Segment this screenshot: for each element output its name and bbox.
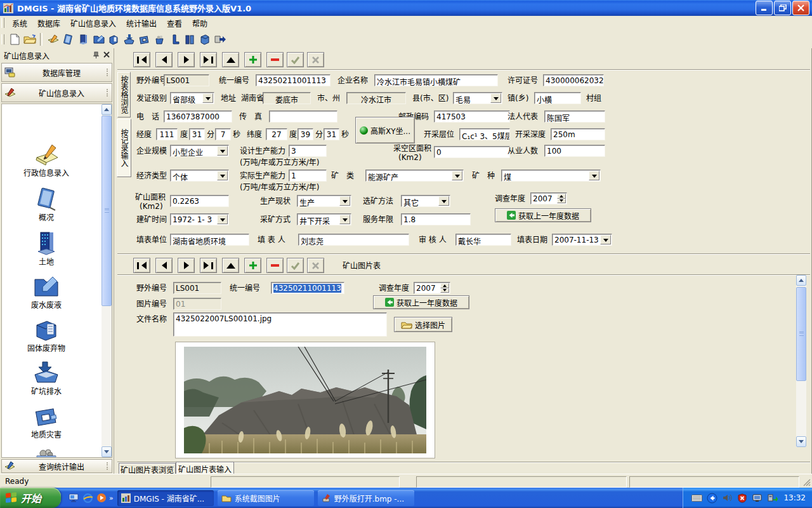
layer-input[interactable]: C₁c¹ 3、5煤层	[459, 128, 510, 140]
new-document-icon[interactable]	[7, 32, 22, 47]
design-cap-input[interactable]: 3	[289, 145, 327, 157]
pic-survey-year-spinner[interactable]: 2007	[414, 282, 450, 294]
city-input[interactable]: 娄底市	[263, 92, 311, 104]
nav2-next-button[interactable]	[178, 258, 195, 273]
toolbar-hazard-icon[interactable]	[136, 32, 152, 47]
filler-input[interactable]: 刘志尧	[298, 234, 409, 246]
depth-input[interactable]: 250m	[551, 128, 605, 140]
status-combo[interactable]: 生产	[297, 195, 351, 207]
menu-system[interactable]: 系统	[7, 17, 32, 30]
pic-no-input[interactable]: 01	[173, 298, 221, 310]
dropdown-icon[interactable]	[217, 146, 228, 156]
lat-sec-input[interactable]: 31	[324, 128, 339, 140]
nav1-next-button[interactable]	[178, 52, 195, 67]
toolbar-survey-icon[interactable]	[152, 32, 167, 47]
sidebar-item-land-survey[interactable]: 土地调查	[2, 447, 91, 458]
tray-display-icon[interactable]	[751, 491, 764, 504]
nav2-prev-button[interactable]	[155, 258, 173, 273]
sidebar-item-geo-hazard[interactable]: 地质灾害	[2, 404, 91, 439]
toolbar-land-icon[interactable]	[75, 32, 91, 47]
close-button[interactable]	[792, 1, 809, 15]
quick-launch-player-icon[interactable]	[95, 491, 108, 504]
taskbar-task-screenshots-folder[interactable]: 系统截图图片	[218, 490, 314, 506]
dropdown-icon[interactable]	[490, 93, 501, 103]
area-input[interactable]: 0.2263	[170, 195, 229, 207]
gauss-xy-button[interactable]: 高斯XY坐...	[355, 117, 415, 144]
dropdown-icon[interactable]	[339, 215, 350, 224]
county-combo[interactable]: 毛易	[453, 92, 502, 104]
mining-method-combo[interactable]: 井下开采	[297, 213, 351, 225]
survey-year-spinner[interactable]: 2007	[530, 192, 567, 204]
toolbar-report-icon[interactable]	[197, 32, 213, 47]
quick-launch-ie-icon[interactable]	[81, 491, 94, 504]
toolbar-column-icon[interactable]	[167, 32, 182, 47]
prefecture-input[interactable]: 冷水江市	[346, 92, 406, 104]
lon-sec-input[interactable]: 7	[215, 128, 231, 140]
lat-min-input[interactable]: 39	[298, 128, 313, 140]
dropdown-icon[interactable]	[202, 93, 213, 103]
nav2-first-button[interactable]	[133, 258, 150, 273]
tray-language-icon[interactable]	[705, 491, 718, 504]
scroll-up-icon[interactable]	[102, 104, 112, 115]
spinner-buttons[interactable]	[557, 194, 566, 203]
sidebar-item-wastewater[interactable]: 废水废液	[2, 274, 91, 310]
form2-scrollbar[interactable]	[796, 275, 806, 447]
postal-input[interactable]: 417503	[434, 110, 510, 123]
workers-input[interactable]: 100	[544, 145, 605, 157]
taskbar-task-paint-bmp[interactable]: 野外版打开.bmp -...	[318, 490, 414, 506]
choose-picture-button[interactable]: 选择图片	[394, 317, 452, 332]
town-input[interactable]: 小横	[534, 92, 581, 104]
dropdown-icon[interactable]	[600, 235, 611, 244]
sidebar-group-mine-info-entry[interactable]: 矿山信息录入	[1, 83, 112, 102]
nav2-cancel-button[interactable]	[307, 258, 324, 273]
dropdown-icon[interactable]	[589, 171, 599, 180]
quick-launch-desktop-icon[interactable]	[67, 491, 80, 504]
nav2-top-button[interactable]	[222, 258, 239, 273]
fax-input[interactable]	[269, 110, 337, 123]
tray-security-shield-icon[interactable]	[736, 491, 749, 504]
sidebar-item-solid-waste[interactable]: 固体废弃物	[2, 318, 91, 353]
pic-unified-no-input[interactable]: 43250211001113	[271, 282, 344, 294]
sidebar-item-mine-drainage[interactable]: 矿坑排水	[2, 361, 91, 396]
nav2-last-button[interactable]	[200, 258, 217, 273]
sidebar-group-query-stat-output[interactable]: 查询统计输出	[1, 459, 112, 473]
fill-date-combo[interactable]: 2007-11-13	[552, 234, 612, 246]
mine-kind-combo[interactable]: 煤	[501, 170, 601, 182]
menu-database[interactable]: 数据库	[32, 17, 65, 30]
field-no-input[interactable]: LS001	[164, 74, 209, 86]
toolbar-overview-icon[interactable]	[60, 32, 75, 47]
nav2-insert-button[interactable]	[244, 258, 261, 273]
service-years-input[interactable]: 1.8	[401, 213, 471, 225]
taskbar-task-dmgis[interactable]: DMGIS - 湖南省矿...	[117, 490, 214, 506]
company-input[interactable]: 冷水江市毛易镇小横煤矿	[374, 74, 498, 86]
sidebar-group-database-manage[interactable]: 数据库管理	[1, 63, 112, 82]
toolbar-drainage-icon[interactable]	[121, 32, 136, 47]
sidebar-scrollbar[interactable]	[102, 104, 112, 457]
lon-min-input[interactable]: 31	[189, 128, 205, 140]
auditor-input[interactable]: 戴长华	[455, 234, 511, 246]
quick-launch-chevron-icon[interactable]: »	[109, 494, 114, 502]
fill-unit-input[interactable]: 湖南省地质环境	[170, 234, 249, 246]
form2-scroll-thumb[interactable]	[796, 287, 806, 381]
minimize-button[interactable]	[756, 1, 773, 15]
goaf-input[interactable]: 0	[434, 146, 510, 158]
menu-stat-output[interactable]: 统计输出	[121, 17, 162, 30]
dropdown-icon[interactable]	[339, 196, 350, 206]
lon-deg-input[interactable]: 111	[156, 128, 178, 140]
panel-close-icon[interactable]	[103, 51, 110, 59]
tray-network-icon[interactable]	[766, 491, 779, 504]
actual-cap-input[interactable]: 1	[289, 170, 327, 182]
pin-icon[interactable]	[93, 51, 100, 59]
dropdown-icon[interactable]	[438, 196, 449, 206]
sidebar-item-admin-info-entry[interactable]: 行政信息录入	[2, 142, 91, 178]
unified-no-input[interactable]: 43250211001113	[256, 74, 331, 86]
license-input[interactable]: 4300000620321	[543, 74, 604, 86]
file-name-input[interactable]: 4325022007LS00101.jpg	[173, 312, 387, 337]
toolbar-admin-entry-icon[interactable]	[45, 32, 60, 47]
menu-view[interactable]: 查看	[162, 17, 187, 30]
scroll-down-icon[interactable]	[102, 446, 112, 457]
toolbar-solid-waste-icon[interactable]	[106, 32, 121, 47]
pic-fetch-prev-year-button[interactable]: 获取上一年度数据	[373, 295, 469, 309]
nav1-insert-button[interactable]	[244, 52, 261, 67]
legal-input[interactable]: 陈国军	[544, 110, 605, 123]
